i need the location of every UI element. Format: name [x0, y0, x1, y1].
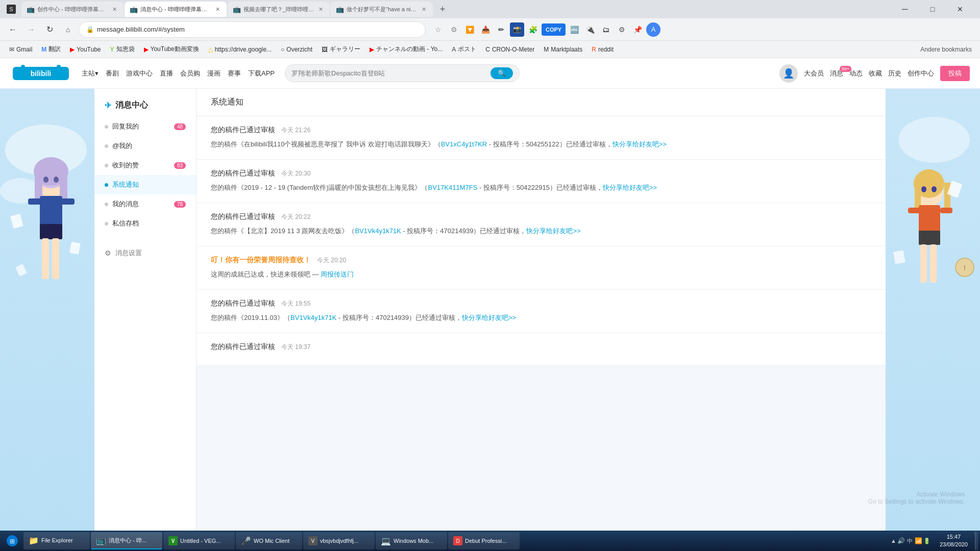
taskbar-win-mob[interactable]: 💻 Windows Mob...	[376, 532, 447, 549]
tab-2[interactable]: 📺 消息中心 - 哔哩哔哩弹幕视频网 ✕	[125, 2, 227, 17]
bookmark-post[interactable]: A ポスト	[448, 43, 480, 55]
taskbar-file-explorer[interactable]: 📁 File Explorer	[23, 532, 90, 549]
nav-drama[interactable]: 番剧	[106, 69, 119, 78]
extension-icon-6[interactable]: 🔤	[567, 22, 581, 37]
extension-icon-5[interactable]: 🧩	[526, 22, 540, 37]
nav-download[interactable]: 下载APP	[248, 69, 275, 78]
notify-1-link[interactable]: BV1xC4y1t7KR	[441, 140, 487, 148]
nav-manga[interactable]: 漫画	[207, 69, 220, 78]
tab-1-close[interactable]: ✕	[111, 5, 118, 14]
dynamic-link[interactable]: 动态	[849, 69, 863, 78]
profile-avatar[interactable]: A	[646, 22, 660, 37]
sidebar-item-reply[interactable]: 回复我的 48	[94, 117, 196, 136]
bookmark-overzicht[interactable]: ○ Overzicht	[277, 44, 316, 55]
taskbar-veg[interactable]: V Untitled - VEG...	[163, 532, 235, 549]
extension-icon-7[interactable]: 🔌	[583, 22, 597, 37]
tab-4[interactable]: 📺 做个好梦可不是"have a nice dre... ✕	[331, 2, 433, 17]
notify-5-link[interactable]: BV1Vk4y1k71K	[290, 314, 336, 321]
maximize-button[interactable]: □	[921, 2, 944, 16]
taskbar-debut[interactable]: D Debut Professi...	[448, 532, 520, 549]
tab-4-close[interactable]: ✕	[420, 5, 428, 14]
bilibili-logo[interactable]: bilibili	[10, 64, 71, 83]
up-arrow-icon[interactable]: ▲	[891, 538, 896, 544]
nav-live[interactable]: 直播	[160, 69, 173, 78]
svg-rect-36	[940, 208, 952, 213]
tab-3[interactable]: 📺 视频去哪了吧？_哔哩哔哩（"- "） ✕	[228, 2, 330, 17]
bookmark-chiebukuro[interactable]: Y 知恵袋	[106, 43, 139, 55]
favorites-link[interactable]: 收藏	[869, 69, 882, 78]
bookmark-markt[interactable]: M Marktplaats	[540, 44, 586, 55]
bili-search-bar[interactable]: 🔍	[285, 64, 520, 82]
sidebar-item-archive[interactable]: 私信存档	[94, 214, 196, 233]
nav-home[interactable]: 主站▾	[82, 69, 99, 78]
history-link[interactable]: 历史	[888, 69, 901, 78]
bookmark-gallery[interactable]: 🖼 ギャラリー	[317, 43, 364, 55]
show-desktop-button[interactable]	[975, 532, 978, 550]
bookmarks-more[interactable]: Andere bookmarks	[917, 44, 975, 55]
start-button[interactable]: ⊞	[2, 532, 22, 550]
bookmark-reddit[interactable]: R reddit	[587, 44, 618, 55]
bookmark-ytconvert[interactable]: ▶ YouTube動画変換	[140, 43, 203, 55]
battery-icon[interactable]: 🔋	[923, 538, 930, 544]
nav-esports[interactable]: 赛事	[228, 69, 241, 78]
creation-link[interactable]: 创作中心	[908, 69, 934, 78]
lang-icon[interactable]: 中	[906, 537, 914, 545]
bookmark-star-icon[interactable]: ☆	[431, 22, 445, 37]
taskbar-bilibili[interactable]: 📺 消息中心 - 哔...	[91, 532, 162, 549]
tab-1[interactable]: 📺 创作中心 - 哔哩哔哩弹幕视频网 ✕	[21, 2, 124, 17]
notify-3-link[interactable]: BV1Vk4y1k71K	[355, 227, 401, 235]
notify-4-link[interactable]: 周报传送门	[321, 270, 354, 278]
extension-puzzle-icon[interactable]: ⚙	[447, 22, 461, 37]
sidebar-item-settings[interactable]: ⚙ 消息设置	[94, 243, 196, 263]
sidebar-item-likes[interactable]: 收到的赞 83	[94, 156, 196, 175]
extension-icon-3[interactable]: ✏	[494, 22, 508, 37]
extension-icon-9[interactable]: 📌	[630, 22, 645, 37]
sidebar-item-at[interactable]: @我的	[94, 136, 196, 156]
nav-mall[interactable]: 会员购	[180, 69, 200, 78]
taskbar-wo-mic[interactable]: 🎤 WO Mic Client	[236, 532, 302, 549]
extension-icon-8[interactable]: 🗂	[599, 22, 613, 37]
settings-icon[interactable]: ⚙	[615, 22, 629, 37]
url-bar[interactable]: 🔒 message.bilibili.com/#/system	[79, 21, 426, 38]
search-input[interactable]	[291, 69, 486, 77]
copy-button[interactable]: COPY	[542, 23, 566, 36]
search-button[interactable]: 🔍	[491, 67, 513, 79]
extension-icon-2[interactable]: 📥	[478, 22, 493, 37]
close-button[interactable]: ✕	[948, 2, 972, 16]
home-button[interactable]: ⌂	[60, 22, 76, 37]
post-button[interactable]: 投稿	[940, 66, 970, 81]
vip-link[interactable]: 大会员	[804, 69, 824, 78]
minimize-button[interactable]: ─	[893, 2, 917, 16]
gmail-label: Gmail	[16, 46, 32, 53]
notify-2-title: 您的稿件已通过审核	[211, 169, 275, 178]
notify-3-action[interactable]: 快分享给好友吧>>	[526, 227, 580, 235]
extension-screenshot-icon[interactable]: 📸	[510, 22, 524, 37]
bookmark-translate[interactable]: M 翻訳	[37, 43, 65, 55]
notify-2-link[interactable]: BV17K411M7FS	[428, 184, 477, 191]
bookmark-cron[interactable]: C CRON-O-Meter	[481, 44, 538, 55]
bookmark-drive[interactable]: △ https://drive.google...	[204, 44, 276, 55]
nav-game[interactable]: 游戏中心	[126, 69, 153, 78]
notify-5-title: 您的稿件已通过审核	[211, 299, 275, 308]
speaker-icon[interactable]: 🔊	[897, 537, 905, 544]
sidebar-item-system[interactable]: 系统通知	[94, 175, 196, 194]
notify-5-action[interactable]: 快分享给好友吧>>	[462, 314, 516, 321]
new-tab-button[interactable]: +	[435, 2, 450, 17]
extension-icon-1[interactable]: 🔽	[462, 22, 477, 37]
taskbar-clock[interactable]: 15:47 23/08/2020	[935, 533, 973, 549]
tab-3-close[interactable]: ✕	[317, 5, 325, 14]
sidebar-item-messages[interactable]: 我的消息 78	[94, 194, 196, 214]
message-link[interactable]: 消息 99+	[830, 69, 843, 78]
bookmark-gmail[interactable]: ✉ Gmail	[5, 44, 36, 55]
user-avatar[interactable]: 👤	[779, 64, 798, 83]
bookmark-yt-channel[interactable]: ▶ チャンネルの動画 - Yo...	[365, 43, 447, 55]
tab-2-close[interactable]: ✕	[214, 5, 222, 14]
bookmark-youtube[interactable]: ▶ YouTube	[66, 44, 105, 55]
back-button[interactable]: ←	[5, 22, 20, 37]
reload-button[interactable]: ↻	[42, 22, 57, 37]
forward-button[interactable]: →	[23, 22, 39, 37]
notify-1-action[interactable]: 快分享给好友吧>>	[612, 140, 667, 148]
taskbar-vbs[interactable]: V vbsjvbdjvdfhfj...	[303, 532, 375, 549]
notify-2-action[interactable]: 快分享给好友吧>>	[603, 184, 657, 191]
network-icon[interactable]: 📶	[915, 537, 922, 544]
